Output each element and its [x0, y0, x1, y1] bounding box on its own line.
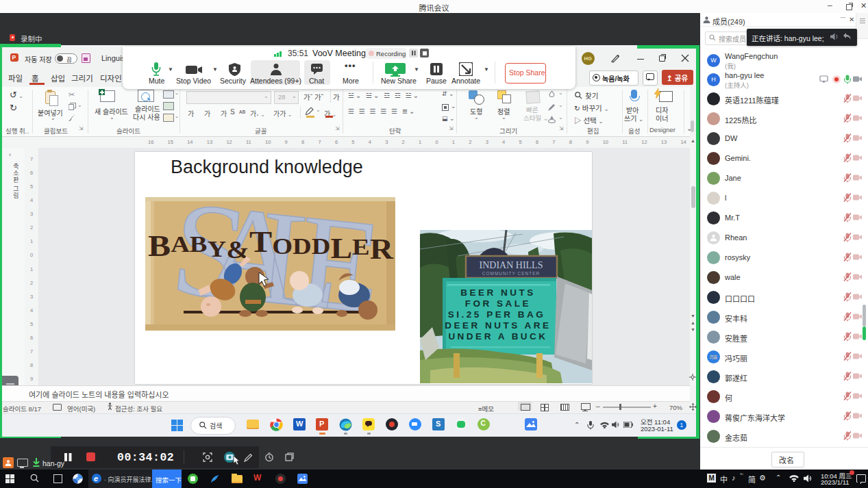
- svg-text:SI.25 PER BAG: SI.25 PER BAG: [448, 309, 545, 320]
- svg-text:UNDER A BUCK: UNDER A BUCK: [448, 331, 547, 342]
- svg-text:INDIAN HILLS: INDIAN HILLS: [480, 260, 543, 270]
- svg-text:FOR SALE: FOR SALE: [465, 298, 531, 309]
- svg-text:COMMUNITY CENTER: COMMUNITY CENTER: [482, 271, 541, 276]
- svg-text:BEER NUTS: BEER NUTS: [460, 287, 536, 298]
- svg-text:DEER NUTS ARE: DEER NUTS ARE: [445, 320, 551, 331]
